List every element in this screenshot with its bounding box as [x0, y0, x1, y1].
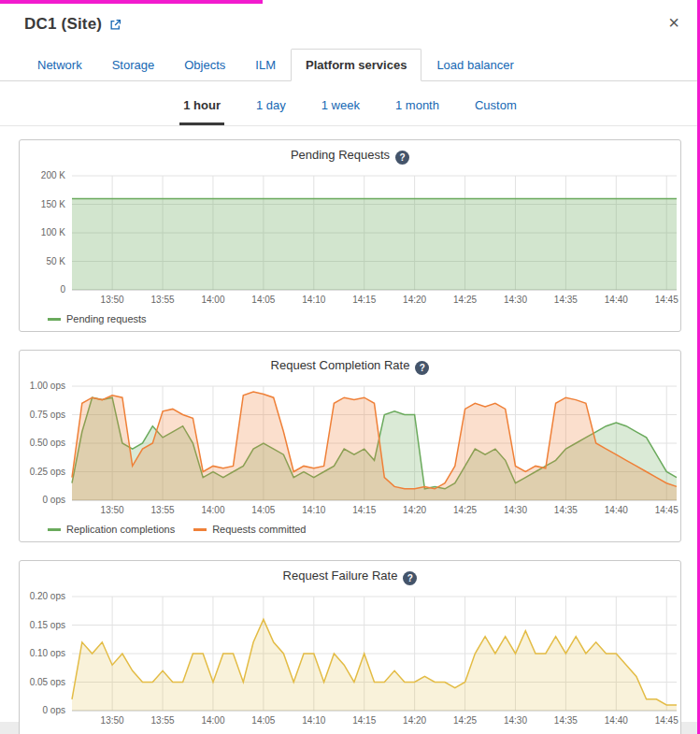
- legend-label: Pending requests: [66, 313, 147, 324]
- chart-title-row: Pending Requests?: [23, 148, 677, 168]
- svg-text:0.15 ops: 0.15 ops: [30, 620, 65, 630]
- svg-text:14:00: 14:00: [201, 715, 224, 726]
- chart-box-pending-requests: Pending Requests? 13:5013:5514:0014:0514…: [19, 139, 681, 332]
- svg-text:200 K: 200 K: [41, 170, 65, 180]
- legend-swatch: [193, 528, 207, 531]
- svg-text:13:55: 13:55: [151, 505, 175, 515]
- window-title: DC1 (Site): [24, 15, 102, 34]
- svg-text:14:40: 14:40: [605, 715, 628, 726]
- svg-text:14:20: 14:20: [403, 715, 426, 726]
- screen-artifact-top: [0, 0, 263, 4]
- request-failure-rate-chart[interactable]: 13:5013:5514:0014:0514:1014:1514:2014:25…: [23, 589, 684, 731]
- svg-text:13:50: 13:50: [101, 295, 124, 305]
- close-button[interactable]: ×: [668, 13, 679, 32]
- chart-legend: Replication completions Requests committ…: [23, 521, 677, 538]
- legend-item-requests-committed[interactable]: Requests committed: [193, 524, 306, 535]
- svg-text:14:10: 14:10: [302, 715, 325, 726]
- svg-text:14:20: 14:20: [403, 505, 426, 515]
- legend-label: Replication completions: [66, 524, 175, 535]
- chart-title: Request Completion Rate: [271, 358, 410, 372]
- svg-text:14:10: 14:10: [302, 295, 325, 305]
- svg-text:0.50 ops: 0.50 ops: [30, 438, 65, 448]
- svg-text:0 ops: 0 ops: [43, 495, 65, 505]
- time-range-1-week[interactable]: 1 week: [318, 94, 364, 125]
- tab-platform-services[interactable]: Platform services: [291, 49, 421, 81]
- svg-text:50 K: 50 K: [46, 256, 65, 266]
- help-icon[interactable]: ?: [395, 151, 409, 165]
- svg-text:0: 0: [60, 284, 65, 295]
- svg-text:14:45: 14:45: [655, 295, 679, 305]
- svg-text:14:05: 14:05: [251, 715, 275, 726]
- chart-box-request-failure-rate: Request Failure Rate? 13:5013:5514:0014:…: [19, 560, 681, 734]
- chart-legend: Pending requests: [23, 310, 677, 327]
- legend-item-replication-completions[interactable]: Replication completions: [48, 524, 175, 535]
- svg-text:14:40: 14:40: [605, 295, 628, 305]
- svg-text:14:05: 14:05: [251, 505, 275, 515]
- modal-page: DC1 (Site) × Network Storage Objects ILM…: [0, 0, 700, 734]
- svg-text:14:15: 14:15: [352, 715, 376, 726]
- tab-load-balancer[interactable]: Load balancer: [421, 49, 528, 80]
- header: DC1 (Site) ×: [0, 0, 700, 34]
- svg-text:14:10: 14:10: [302, 505, 325, 515]
- svg-text:0.10 ops: 0.10 ops: [30, 648, 65, 658]
- svg-text:0 ops: 0 ops: [43, 705, 65, 715]
- help-icon[interactable]: ?: [403, 571, 417, 585]
- chart-title: Request Failure Rate: [283, 568, 398, 583]
- svg-text:14:35: 14:35: [554, 505, 578, 515]
- chart-box-request-completion-rate: Request Completion Rate? 13:5013:5514:00…: [19, 350, 681, 542]
- svg-text:14:25: 14:25: [453, 505, 477, 515]
- svg-text:1.00 ops: 1.00 ops: [30, 381, 65, 391]
- svg-text:14:45: 14:45: [655, 715, 679, 726]
- svg-text:0.05 ops: 0.05 ops: [30, 677, 65, 687]
- svg-text:14:25: 14:25: [453, 295, 477, 305]
- svg-text:150 K: 150 K: [41, 199, 65, 209]
- time-range-1-day[interactable]: 1 day: [252, 94, 290, 125]
- time-range-bar: 1 hour 1 day 1 week 1 month Custom: [0, 81, 700, 126]
- svg-text:13:50: 13:50: [101, 715, 124, 726]
- time-range-1-hour[interactable]: 1 hour: [179, 94, 224, 125]
- svg-text:14:20: 14:20: [403, 295, 426, 305]
- svg-text:100 K: 100 K: [41, 227, 65, 237]
- svg-text:14:00: 14:00: [201, 505, 224, 515]
- charts-area: Pending Requests? 13:5013:5514:0014:0514…: [0, 126, 700, 734]
- time-range-custom[interactable]: Custom: [471, 94, 521, 125]
- tab-ilm[interactable]: ILM: [240, 49, 291, 80]
- tab-objects[interactable]: Objects: [169, 49, 240, 80]
- svg-text:14:30: 14:30: [504, 715, 527, 726]
- svg-text:14:15: 14:15: [352, 505, 376, 515]
- svg-text:14:30: 14:30: [504, 295, 527, 305]
- legend-item-pending-requests[interactable]: Pending requests: [48, 313, 147, 324]
- svg-text:0.20 ops: 0.20 ops: [30, 591, 65, 601]
- chart-title: Pending Requests: [291, 148, 390, 162]
- site-detail-card: DC1 (Site) × Network Storage Objects ILM…: [0, 0, 700, 722]
- svg-text:13:50: 13:50: [101, 505, 124, 515]
- tab-network[interactable]: Network: [22, 49, 97, 80]
- legend-label: Requests committed: [212, 524, 306, 535]
- svg-text:13:55: 13:55: [151, 295, 175, 305]
- svg-text:14:35: 14:35: [554, 295, 578, 305]
- chart-title-row: Request Failure Rate?: [23, 568, 677, 589]
- request-completion-rate-chart[interactable]: 13:5013:5514:0014:0514:1014:1514:2014:25…: [23, 379, 684, 521]
- legend-swatch: [48, 528, 61, 531]
- tab-bar: Network Storage Objects ILM Platform ser…: [0, 49, 700, 81]
- chart-title-row: Request Completion Rate?: [23, 358, 677, 379]
- external-link-icon[interactable]: [109, 19, 121, 31]
- tab-storage[interactable]: Storage: [97, 49, 170, 80]
- svg-text:14:15: 14:15: [352, 295, 376, 305]
- svg-text:0.25 ops: 0.25 ops: [30, 467, 65, 477]
- svg-text:14:05: 14:05: [251, 295, 275, 305]
- svg-text:14:40: 14:40: [605, 505, 628, 515]
- svg-text:14:45: 14:45: [655, 505, 679, 515]
- svg-text:14:30: 14:30: [504, 505, 527, 515]
- svg-text:14:35: 14:35: [554, 715, 578, 726]
- svg-text:14:25: 14:25: [453, 715, 477, 726]
- legend-swatch: [48, 318, 61, 321]
- svg-text:14:00: 14:00: [201, 295, 224, 305]
- pending-requests-chart[interactable]: 13:5013:5514:0014:0514:1014:1514:2014:25…: [23, 168, 684, 310]
- svg-text:0.75 ops: 0.75 ops: [30, 410, 65, 420]
- time-range-1-month[interactable]: 1 month: [392, 94, 443, 125]
- help-icon[interactable]: ?: [415, 361, 429, 375]
- svg-text:13:55: 13:55: [151, 715, 175, 726]
